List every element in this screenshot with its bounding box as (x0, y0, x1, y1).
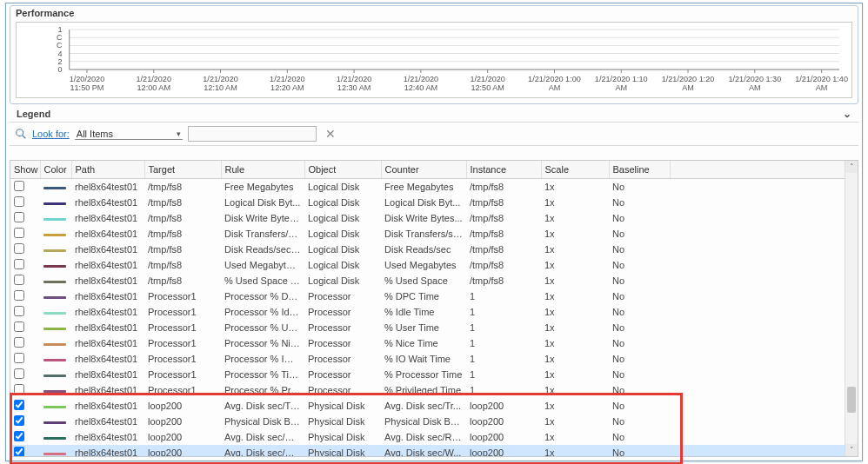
show-checkbox[interactable] (14, 306, 24, 316)
col-scale[interactable]: Scale (541, 161, 609, 179)
cell-target: loop200 (144, 445, 221, 456)
series-color-swatch (43, 296, 66, 299)
table-row[interactable]: rhel8x64test01Processor1Processor % Nic.… (10, 335, 845, 351)
table-row[interactable]: rhel8x64test01/tmp/fs8Disk Reads/sec (..… (10, 242, 845, 257)
performance-title: Performance (10, 6, 858, 20)
cell-rule: Disk Write Bytes... (221, 210, 304, 226)
legend-grid-scroll[interactable]: Show Color Path Target Rule Object Count… (10, 161, 845, 456)
cell-counter: % User Time (381, 320, 466, 335)
table-row[interactable]: rhel8x64test01/tmp/fs8Logical Disk Byt..… (10, 195, 845, 210)
svg-text:1/21/2020: 1/21/2020 (203, 75, 238, 83)
col-color[interactable]: Color (40, 161, 71, 179)
show-checkbox[interactable] (14, 368, 24, 379)
cell-rule: Logical Disk Byt... (221, 195, 304, 210)
show-checkbox[interactable] (14, 212, 24, 222)
table-row[interactable]: rhel8x64test01/tmp/fs8% Used Space (...L… (10, 273, 845, 288)
show-checkbox[interactable] (14, 431, 24, 441)
cell-baseline: No (609, 429, 670, 445)
show-checkbox[interactable] (14, 415, 24, 426)
table-row[interactable]: rhel8x64test01loop200Avg. Disk sec/Re...… (10, 429, 845, 445)
table-row[interactable]: rhel8x64test01Processor1Processor % DP..… (10, 288, 845, 304)
chevron-down-icon[interactable]: ⌄ (843, 108, 851, 120)
col-instance[interactable]: Instance (466, 161, 541, 179)
table-row[interactable]: rhel8x64test01Processor1Processor % Tim.… (10, 367, 845, 382)
col-rule[interactable]: Rule (221, 161, 304, 179)
svg-text:0: 0 (58, 65, 63, 74)
series-color-swatch (43, 328, 66, 330)
vertical-scrollbar[interactable]: ˄ ˅ (845, 161, 858, 456)
show-checkbox[interactable] (14, 321, 24, 332)
show-checkbox[interactable] (14, 400, 24, 410)
table-row[interactable]: rhel8x64test01loop200Avg. Disk sec/Tr...… (10, 398, 845, 414)
show-checkbox[interactable] (14, 337, 24, 348)
cell-path: rhel8x64test01 (71, 335, 144, 351)
lookfor-link[interactable]: Look for: (32, 129, 70, 139)
scroll-thumb[interactable] (847, 387, 856, 413)
table-row[interactable]: rhel8x64test01loop200Avg. Disk sec/W...P… (10, 445, 845, 456)
show-checkbox[interactable] (14, 353, 24, 363)
cell-extra (670, 335, 845, 351)
cell-rule: Physical Disk Byt... (221, 414, 304, 429)
series-color-swatch (43, 421, 66, 424)
cell-extra (670, 242, 845, 257)
cell-counter: % Processor Time (381, 367, 466, 382)
cell-object: Processor (304, 335, 381, 351)
show-checkbox[interactable] (14, 447, 24, 456)
cell-instance: /tmp/fs8 (466, 179, 541, 196)
table-row[interactable]: rhel8x64test01loop200Physical Disk Byt..… (10, 414, 845, 429)
show-checkbox[interactable] (14, 243, 24, 254)
col-baseline[interactable]: Baseline (609, 161, 670, 179)
table-row[interactable]: rhel8x64test01Processor1Processor % Priv… (10, 382, 845, 398)
col-show[interactable]: Show (10, 161, 40, 179)
table-row[interactable]: rhel8x64test01Processor1Processor % IO T… (10, 351, 845, 367)
cell-rule: Avg. Disk sec/Re... (221, 429, 304, 445)
scroll-down-button[interactable]: ˅ (845, 444, 858, 456)
cell-path: rhel8x64test01 (71, 257, 144, 273)
cell-extra (670, 304, 845, 320)
table-row[interactable]: rhel8x64test01/tmp/fs8Disk Write Bytes..… (10, 210, 845, 226)
cell-rule: Used Megabytes (... (221, 257, 304, 273)
show-checkbox[interactable] (14, 181, 24, 191)
col-counter[interactable]: Counter (381, 161, 466, 179)
grid-header-row: Show Color Path Target Rule Object Count… (10, 161, 845, 179)
col-target[interactable]: Target (144, 161, 221, 179)
clear-filter-button[interactable]: ✕ (322, 127, 339, 141)
show-checkbox[interactable] (14, 196, 24, 207)
table-row[interactable]: rhel8x64test01/tmp/fs8Used Megabytes (..… (10, 257, 845, 273)
show-checkbox[interactable] (14, 228, 24, 238)
show-checkbox[interactable] (14, 290, 24, 301)
cell-baseline: No (609, 210, 670, 226)
scroll-up-button[interactable]: ˄ (845, 161, 858, 173)
cell-counter: % Nice Time (381, 335, 466, 351)
cell-path: rhel8x64test01 (71, 304, 144, 320)
col-path[interactable]: Path (71, 161, 144, 179)
cell-target: /tmp/fs8 (144, 273, 221, 288)
cell-extra (670, 429, 845, 445)
cell-baseline: No (609, 257, 670, 273)
svg-line-51 (23, 136, 26, 139)
filter-input[interactable] (188, 126, 317, 142)
table-row[interactable]: rhel8x64test01Processor1Processor % Idle… (10, 304, 845, 320)
cell-baseline: No (609, 304, 670, 320)
cell-path: rhel8x64test01 (71, 226, 144, 242)
cell-scale: 1x (541, 242, 609, 257)
col-object[interactable]: Object (304, 161, 381, 179)
series-color-swatch (43, 406, 66, 408)
svg-text:1/21/2020 1:00: 1/21/2020 1:00 (528, 75, 581, 83)
performance-chart[interactable]: 1CC420 1/20/202011:50 PM1/21/202012:00 A… (16, 22, 852, 98)
show-checkbox[interactable] (14, 384, 24, 394)
table-row[interactable]: rhel8x64test01/tmp/fs8Free MegabytesLogi… (10, 179, 845, 196)
table-row[interactable]: rhel8x64test01Processor1Processor % Use.… (10, 320, 845, 335)
legend-header: Legend ⌄ (10, 106, 858, 123)
cell-path: rhel8x64test01 (71, 429, 144, 445)
cell-instance: /tmp/fs8 (466, 257, 541, 273)
cell-instance: 1 (466, 288, 541, 304)
svg-text:1/21/2020 1:40: 1/21/2020 1:40 (795, 75, 848, 83)
cell-instance: /tmp/fs8 (466, 273, 541, 288)
scope-dropdown[interactable]: All Items ▾ (75, 129, 183, 140)
cell-instance: 1 (466, 382, 541, 398)
svg-text:1/21/2020: 1/21/2020 (137, 75, 172, 83)
show-checkbox[interactable] (14, 275, 24, 285)
table-row[interactable]: rhel8x64test01/tmp/fs8Disk Transfers/s..… (10, 226, 845, 242)
show-checkbox[interactable] (14, 259, 24, 269)
